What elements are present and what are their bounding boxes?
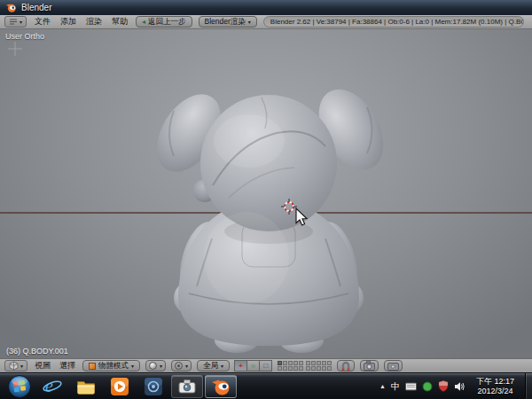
- windows-orb-icon: [7, 374, 32, 399]
- render-opengl-anim-button[interactable]: [384, 360, 403, 372]
- viewport-shading-icon: [149, 362, 157, 370]
- manipulator-scale-button[interactable]: □: [259, 360, 272, 372]
- render-camera-icon: [364, 361, 375, 371]
- tray-expand-icon[interactable]: ▲: [379, 383, 386, 389]
- back-arrow-icon: ◂: [142, 19, 145, 26]
- menu-select[interactable]: 選擇: [58, 360, 77, 372]
- system-tray: ▲ 中 下午 12:17 2012/3/24: [379, 373, 532, 399]
- engine-value: Blender渲染: [205, 17, 246, 27]
- dropdown-caret-icon: ▾: [20, 364, 23, 369]
- taskbar-video-app-button[interactable]: [137, 375, 169, 398]
- taskbar-media-player-button[interactable]: [104, 375, 136, 398]
- back-to-previous-button[interactable]: ◂ 返回上一步: [136, 16, 192, 27]
- clock-date: 2012/3/24: [476, 387, 514, 396]
- pivot-center-icon: [175, 362, 183, 370]
- viewport-canvas: [0, 29, 532, 358]
- back-button-label: 返回上一步: [148, 17, 186, 27]
- menu-file[interactable]: 文件: [33, 16, 52, 27]
- ime-language-indicator[interactable]: 中: [391, 382, 400, 391]
- taskbar-camera-app-button[interactable]: [171, 375, 203, 398]
- snap-toggle[interactable]: [337, 360, 355, 372]
- taskbar-blender-button[interactable]: [205, 375, 237, 398]
- render-opengl-button[interactable]: [360, 360, 379, 372]
- menu-help[interactable]: 幫助: [110, 16, 129, 27]
- antivirus-tray-icon[interactable]: [422, 381, 433, 392]
- folder-icon: [75, 376, 97, 397]
- view-axis-marker: [8, 42, 22, 56]
- clock-time: 下午 12:17: [476, 377, 514, 387]
- viewport-header: ▾ 視圖 選擇 物體模式 ▾ ▾ ▾ 全局 ▾ + ○ □: [0, 358, 532, 372]
- security-shield-icon[interactable]: [438, 380, 449, 392]
- dropdown-caret-icon: ▾: [248, 20, 251, 25]
- show-desktop-button[interactable]: [525, 373, 532, 399]
- dropdown-caret-icon: ▾: [185, 364, 188, 369]
- viewport-3d[interactable]: User Ortho (36) Q.BODY.001: [0, 29, 532, 358]
- dropdown-caret-icon: ▾: [160, 364, 162, 369]
- object-mode-icon: [89, 363, 96, 370]
- blender-window: Blender ▾ 文件 添加 渲染 幫助 ◂ 返回上一步 Blender渲染 …: [0, 0, 532, 399]
- window-title: Blender: [21, 3, 51, 12]
- mode-select[interactable]: 物體模式 ▾: [82, 360, 140, 372]
- start-button[interactable]: [7, 374, 32, 399]
- manipulator-rotate-button[interactable]: ○: [246, 360, 260, 372]
- layers-widget[interactable]: [278, 361, 332, 371]
- windows-taskbar: e: [0, 372, 532, 399]
- viewport-shading-select[interactable]: ▾: [145, 360, 166, 372]
- render-anim-icon: [387, 361, 399, 371]
- dropdown-caret-icon: ▾: [20, 20, 22, 25]
- transform-orientation-select[interactable]: 全局 ▾: [197, 360, 230, 372]
- editor-type-select[interactable]: ▾: [4, 16, 27, 27]
- media-player-icon: [109, 376, 130, 397]
- info-header: ▾ 文件 添加 渲染 幫助 ◂ 返回上一步 Blender渲染 ▾ Blende…: [0, 15, 532, 29]
- blender-app-icon: [210, 376, 231, 397]
- active-object-label: (36) Q.BODY.001: [6, 347, 68, 356]
- dropdown-caret-icon: ▾: [131, 364, 134, 369]
- window-titlebar[interactable]: Blender: [0, 0, 532, 15]
- volume-icon[interactable]: [454, 381, 466, 392]
- menu-view[interactable]: 視圖: [33, 360, 52, 372]
- menu-add[interactable]: 添加: [59, 16, 78, 27]
- dropdown-caret-icon: ▾: [221, 364, 223, 369]
- info-editor-icon: [9, 18, 18, 26]
- keyboard-layout-icon[interactable]: [405, 381, 417, 391]
- orientation-value: 全局: [203, 361, 218, 372]
- editor-type-3dview-select[interactable]: ▾: [4, 360, 27, 372]
- pivot-center-select[interactable]: ▾: [171, 360, 192, 372]
- layers-group-1[interactable]: [278, 361, 303, 371]
- taskbar-clock[interactable]: 下午 12:17 2012/3/24: [471, 377, 520, 395]
- manipulator-toggles: + ○ □: [235, 360, 272, 372]
- internet-explorer-icon: e: [42, 376, 63, 397]
- viewport-editor-icon: [9, 361, 19, 371]
- taskbar-ie-button[interactable]: e: [36, 375, 68, 398]
- sculpt-character-model: [144, 78, 396, 353]
- render-engine-select[interactable]: Blender渲染 ▾: [199, 16, 257, 27]
- scene-stats-bar: Blender 2.62 | Ve:38794 | Fa:38864 | Ob:…: [263, 16, 524, 27]
- manipulator-translate-button[interactable]: +: [234, 360, 247, 372]
- view-mode-label: User Ortho: [5, 32, 44, 41]
- blender-logo-icon: [5, 2, 17, 13]
- camera-icon: [176, 376, 198, 397]
- taskbar-explorer-button[interactable]: [70, 375, 102, 398]
- snap-magnet-icon: [340, 361, 351, 372]
- video-app-icon: [143, 376, 164, 397]
- mode-value: 物體模式: [98, 361, 129, 372]
- layers-group-2[interactable]: [306, 361, 332, 371]
- menu-render[interactable]: 渲染: [84, 16, 104, 27]
